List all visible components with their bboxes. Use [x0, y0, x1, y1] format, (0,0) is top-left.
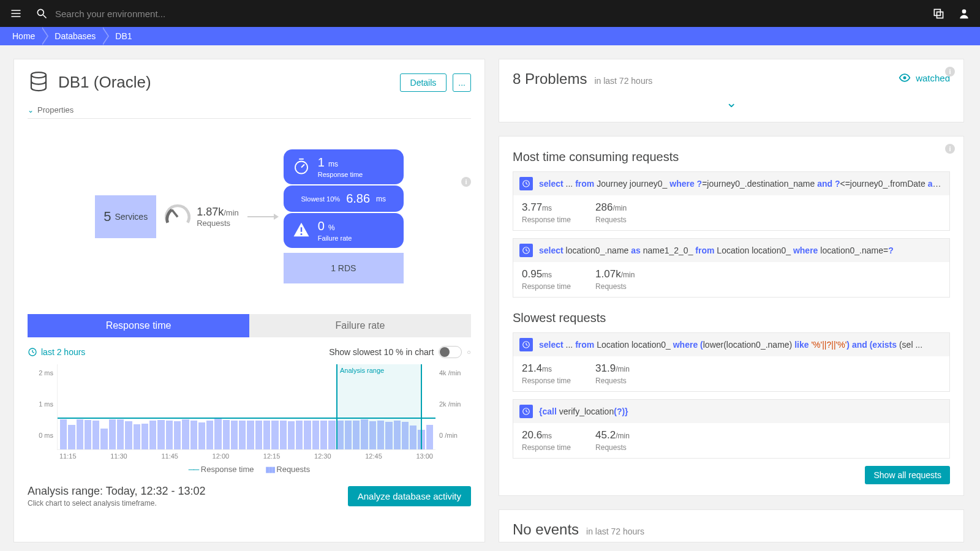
- chart-bar: [182, 419, 189, 450]
- most-request-item[interactable]: select location0_.name as name1_2_0_ fro…: [513, 238, 950, 298]
- requests-card: i Most time consuming requests select ..…: [499, 136, 964, 496]
- chart-bar: [312, 421, 319, 449]
- response-time-node[interactable]: 1ms Response time: [284, 149, 404, 184]
- services-count: 5: [104, 209, 111, 225]
- analysis-range-overlay[interactable]: Analysis range: [336, 364, 422, 449]
- svg-line-1: [43, 15, 47, 18]
- most-consuming-title: Most time consuming requests: [513, 150, 950, 164]
- breadcrumb-db1[interactable]: DB1: [109, 27, 138, 45]
- sql-text: select ... from Journey journey0_ where …: [539, 179, 943, 189]
- chart-bar: [280, 421, 287, 449]
- resp-unit: ms: [328, 160, 338, 168]
- properties-label: Properties: [37, 105, 74, 114]
- throughput-label: Requests: [197, 219, 239, 228]
- topbar: [0, 0, 980, 27]
- svg-line-27: [526, 411, 527, 412]
- watched-toggle[interactable]: watched: [899, 72, 950, 84]
- svg-line-6: [172, 210, 178, 217]
- rt-value: 20.6: [522, 429, 542, 441]
- breadcrumb: Home Databases DB1: [0, 27, 980, 45]
- topology-diagram: 5 Services 1.87k/min Requests: [28, 119, 471, 308]
- chart-tabs: Response time Failure rate: [28, 314, 471, 337]
- chevron-down-icon: ⌄: [28, 106, 34, 114]
- chart-bar: [271, 421, 278, 449]
- expand-chevron-icon[interactable]: ⌄: [513, 95, 950, 111]
- svg-point-0: [37, 9, 43, 15]
- info-icon[interactable]: i: [945, 144, 955, 154]
- throughput-value: 1.87k: [197, 206, 224, 218]
- chart-bar: [117, 419, 124, 449]
- rt-value: 3.77: [522, 201, 542, 213]
- sql-text: {call verify_location(?)}: [539, 407, 628, 416]
- chart-bar: [296, 421, 303, 450]
- database-icon: [28, 70, 50, 94]
- info-icon[interactable]: i: [945, 67, 955, 77]
- rds-node[interactable]: 1 RDS: [284, 253, 404, 283]
- breadcrumb-databases[interactable]: Databases: [48, 27, 102, 45]
- chart-bar: [166, 421, 173, 449]
- eye-icon: [899, 72, 911, 84]
- chart-bar: [100, 429, 107, 449]
- hamburger-icon[interactable]: [10, 7, 22, 20]
- failure-node[interactable]: 0% Failure rate: [284, 213, 404, 248]
- toggle-off-indicator: ○: [467, 348, 471, 356]
- problems-card: i 8 Problems in last 72 hours watched ⌄: [499, 59, 964, 122]
- warning-icon: [292, 220, 311, 241]
- rt-label: Response time: [522, 282, 571, 291]
- chart-bar: [320, 421, 327, 450]
- chart-bar: [426, 425, 433, 449]
- tab-failure-rate[interactable]: Failure rate: [249, 314, 471, 337]
- search-icon[interactable]: [36, 7, 48, 20]
- chart-bar: [60, 419, 67, 450]
- response-time-chart[interactable]: 2 ms1 ms0 ms Analysis range 4k /min2k /m…: [28, 364, 471, 450]
- arrow-icon: [247, 216, 275, 217]
- user-icon[interactable]: [958, 7, 970, 20]
- slowest-toggle[interactable]: [439, 346, 462, 358]
- rq-value: 286: [595, 201, 612, 213]
- slowest-request-item[interactable]: {call verify_location(?)} 20.6msResponse…: [513, 399, 950, 459]
- db-overview-card: DB1 (Oracle) Details ... ⌄ Properties i …: [13, 59, 485, 542]
- slowest-node[interactable]: Slowest 10% 6.86 ms: [284, 186, 404, 212]
- chart-bar: [231, 421, 238, 450]
- problems-title: 8 Problems: [513, 70, 587, 88]
- analysis-range-text: Analysis range: Today, 12:32 - 13:02: [28, 485, 206, 498]
- chart-bar: [141, 424, 148, 450]
- search-input[interactable]: [55, 9, 300, 19]
- query-icon: [519, 338, 533, 351]
- svg-line-24: [526, 345, 527, 345]
- chart-bar: [206, 421, 213, 449]
- analysis-range-caption: Analysis range: [337, 364, 421, 377]
- most-request-item[interactable]: select ... from Journey journey0_ where …: [513, 171, 950, 231]
- rq-label: Requests: [595, 216, 627, 224]
- rq-value: 45.2: [595, 429, 616, 441]
- chart-bar: [77, 419, 83, 449]
- rq-label: Requests: [595, 282, 635, 291]
- services-node[interactable]: 5 Services: [95, 195, 156, 238]
- svg-line-8: [301, 165, 304, 168]
- chart-bar: [68, 425, 75, 449]
- chart-legend: ── Response time ▮▮▮ Requests: [28, 465, 471, 474]
- slowest-prefix: Slowest 10%: [301, 195, 341, 203]
- chart-bar: [125, 421, 132, 449]
- analyze-button[interactable]: Analyze database activity: [348, 486, 471, 506]
- breadcrumb-home[interactable]: Home: [6, 27, 41, 45]
- svg-line-18: [526, 184, 527, 184]
- properties-toggle[interactable]: ⌄ Properties: [28, 105, 471, 118]
- show-all-requests-button[interactable]: Show all requests: [865, 466, 950, 484]
- throughput-unit: /min: [224, 208, 239, 217]
- timeframe-selector[interactable]: last 2 hours: [28, 347, 85, 357]
- events-card: No events in last 72 hours: [499, 509, 964, 542]
- rq-label: Requests: [595, 443, 630, 452]
- legend-requests: Requests: [276, 465, 310, 474]
- windows-icon[interactable]: [932, 7, 944, 20]
- chart-bar: [190, 421, 197, 449]
- chart-bar: [223, 420, 230, 450]
- throughput-gauge: 1.87k/min Requests: [165, 203, 239, 230]
- tab-response-time[interactable]: Response time: [28, 314, 249, 337]
- rt-label: Response time: [522, 216, 571, 224]
- more-button[interactable]: ...: [453, 73, 471, 92]
- slowest-request-item[interactable]: select ... from Location location0_ wher…: [513, 332, 950, 392]
- details-button[interactable]: Details: [400, 73, 447, 92]
- rt-label: Response time: [522, 377, 571, 385]
- fail-unit: %: [328, 223, 335, 232]
